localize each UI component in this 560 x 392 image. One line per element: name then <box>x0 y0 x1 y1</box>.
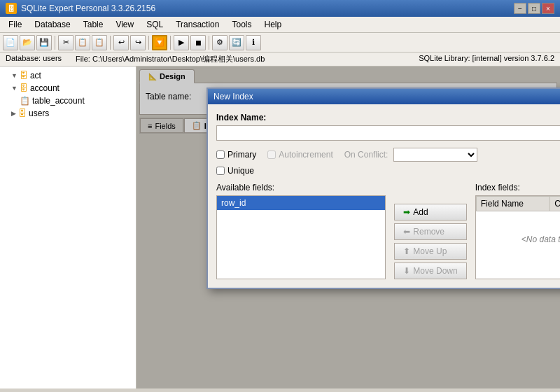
on-conflict-label: On Conflict: <box>344 150 388 160</box>
toolbar-cut[interactable]: ✂ <box>58 35 74 50</box>
minimize-button[interactable]: − <box>514 3 526 14</box>
toolbar-info[interactable]: ℹ <box>246 35 261 50</box>
menu-item-table[interactable]: Table <box>78 18 109 31</box>
no-data-text: <No data to display> <box>476 211 560 267</box>
toolbar-run[interactable]: ▶ <box>174 35 189 50</box>
menu-item-view[interactable]: View <box>110 18 139 31</box>
status-database: Database: users <box>6 54 62 64</box>
modal-title: New Index <box>214 92 253 102</box>
sidebar-item-act[interactable]: ▼ 🗄 act <box>0 69 136 82</box>
primary-checkbox[interactable] <box>216 150 225 159</box>
index-fields-section: Index fields: Field Name Collate Order <box>475 183 560 279</box>
toolbar-sep-2 <box>110 36 111 50</box>
maximize-button[interactable]: □ <box>528 3 540 14</box>
move-down-button[interactable]: ⬇ Move Down <box>394 262 466 279</box>
move-down-label: Move Down <box>413 266 457 276</box>
move-up-label: Move Up <box>413 246 447 256</box>
status-library: SQLite Library: [internal] version 3.7.6… <box>419 54 554 64</box>
primary-checkbox-row: Primary <box>216 150 256 160</box>
add-label: Add <box>413 207 428 217</box>
toolbar-redo[interactable]: ↪ <box>130 35 146 50</box>
db-icon-act: 🗄 <box>20 71 28 80</box>
unique-checkbox-row: Unique <box>216 166 560 176</box>
modal-title-bar: New Index × <box>208 89 560 104</box>
unique-checkbox[interactable] <box>216 167 225 175</box>
col-collate: Collate <box>550 197 560 211</box>
available-fields-section: Available fields: row_id <box>216 183 386 279</box>
remove-label: Remove <box>413 227 444 237</box>
on-conflict-row: On Conflict: ROLLBACK ABORT FAIL IGNORE … <box>344 148 478 162</box>
move-up-icon: ⬆ <box>403 246 410 256</box>
table-icon-account: 📋 <box>20 96 30 106</box>
primary-label: Primary <box>227 150 256 160</box>
sidebar-item-table-account[interactable]: 📋 table_account <box>0 94 136 107</box>
remove-button[interactable]: ⬅ Remove <box>394 223 466 240</box>
toolbar-sep-4 <box>170 36 171 50</box>
on-conflict-select[interactable]: ROLLBACK ABORT FAIL IGNORE REPLACE <box>393 148 477 162</box>
sidebar-item-table-account-label: table_account <box>32 96 85 106</box>
toolbar-save[interactable]: 💾 <box>36 35 52 50</box>
db-icon-users: 🗄 <box>18 108 27 118</box>
main-layout: ▼ 🗄 act ▼ 🗄 account 📋 table_account ▶ 🗄 … <box>0 66 560 388</box>
toolbar-filter[interactable]: 🔽 <box>152 35 167 50</box>
title-bar-controls: − □ × <box>514 3 554 14</box>
db-icon-account: 🗄 <box>20 83 28 93</box>
fields-section: Available fields: row_id ➡ Add ⬅ <box>216 183 560 279</box>
menu-item-help[interactable]: Help <box>258 18 287 31</box>
title-bar-left: 🗄 SQLite Expert Personal 3.3.26.2156 <box>6 3 155 14</box>
toolbar-open[interactable]: 📂 <box>20 35 35 50</box>
status-bar: Database: users File: C:\Users\Administr… <box>0 52 560 66</box>
title-bar: 🗄 SQLite Expert Personal 3.3.26.2156 − □… <box>0 0 560 17</box>
index-name-input[interactable] <box>216 125 560 141</box>
toolbar-sep-5 <box>209 36 209 50</box>
add-button[interactable]: ➡ Add <box>394 204 466 220</box>
toolbar-refresh[interactable]: 🔄 <box>229 35 244 50</box>
content-area: 📐 Design Table name: Temporary table ≡ F… <box>136 66 560 388</box>
toolbar: 📄 📂 💾 ✂ 📋 📋 ↩ ↪ 🔽 ▶ ⏹ ⚙ 🔄 ℹ <box>0 33 560 52</box>
menu-item-transaction[interactable]: Transaction <box>170 18 225 31</box>
sidebar-item-account[interactable]: ▼ 🗄 account <box>0 82 136 94</box>
index-fields-table: Field Name Collate Order <No data to dis… <box>475 195 560 279</box>
add-icon: ➡ <box>403 207 410 217</box>
menu-item-tools[interactable]: Tools <box>226 18 257 31</box>
status-file: File: C:\Users\Administrator\Desktop\编程相… <box>76 54 265 64</box>
toolbar-copy[interactable]: 📋 <box>75 35 90 50</box>
toolbar-sep-1 <box>55 36 55 50</box>
autoincrement-label: Autoincrement <box>279 150 332 160</box>
new-index-modal: New Index × Index Name: Primary Autoincr… <box>206 88 560 289</box>
index-table: Field Name Collate Order <box>476 196 560 211</box>
sidebar-item-users-label: users <box>29 108 49 118</box>
available-fields-list: row_id <box>216 195 386 279</box>
toolbar-sep-3 <box>148 36 149 50</box>
app-icon: 🗄 <box>6 3 17 14</box>
available-fields-label: Available fields: <box>216 183 386 192</box>
menu-item-database[interactable]: Database <box>29 18 76 31</box>
toolbar-settings[interactable]: ⚙ <box>212 35 227 50</box>
index-fields-label: Index fields: <box>475 183 560 192</box>
sidebar: ▼ 🗄 act ▼ 🗄 account 📋 table_account ▶ 🗄 … <box>0 66 136 388</box>
sidebar-item-act-label: act <box>30 71 41 80</box>
menu-item-file[interactable]: File <box>3 18 27 31</box>
toolbar-stop[interactable]: ⏹ <box>190 35 206 50</box>
move-down-icon: ⬇ <box>403 266 410 276</box>
move-up-button[interactable]: ⬆ Move Up <box>394 243 466 260</box>
sidebar-item-users[interactable]: ▶ 🗄 users <box>0 107 136 120</box>
index-name-label: Index Name: <box>216 113 560 122</box>
menu-item-sql[interactable]: SQL <box>141 18 169 31</box>
autoincrement-checkbox[interactable] <box>267 150 276 159</box>
modal-body: Index Name: Primary Autoincrement On Con… <box>208 104 560 288</box>
col-field-name: Field Name <box>476 197 550 211</box>
remove-icon: ⬅ <box>403 227 410 237</box>
sidebar-item-account-label: account <box>30 83 59 93</box>
available-field-row-id[interactable]: row_id <box>217 196 385 210</box>
middle-buttons: ➡ Add ⬅ Remove ⬆ Move Up ⬇ <box>394 183 466 279</box>
expand-icon-act: ▼ <box>11 72 18 79</box>
app-title: SQLite Expert Personal 3.3.26.2156 <box>21 4 155 13</box>
unique-label: Unique <box>227 166 254 176</box>
toolbar-new[interactable]: 📄 <box>3 35 18 50</box>
expand-icon-account: ▼ <box>11 85 18 92</box>
toolbar-undo[interactable]: ↩ <box>113 35 129 50</box>
close-button[interactable]: × <box>542 3 554 14</box>
menu-bar: FileDatabaseTableViewSQLTransactionTools… <box>0 17 560 33</box>
toolbar-paste[interactable]: 📋 <box>92 35 107 50</box>
